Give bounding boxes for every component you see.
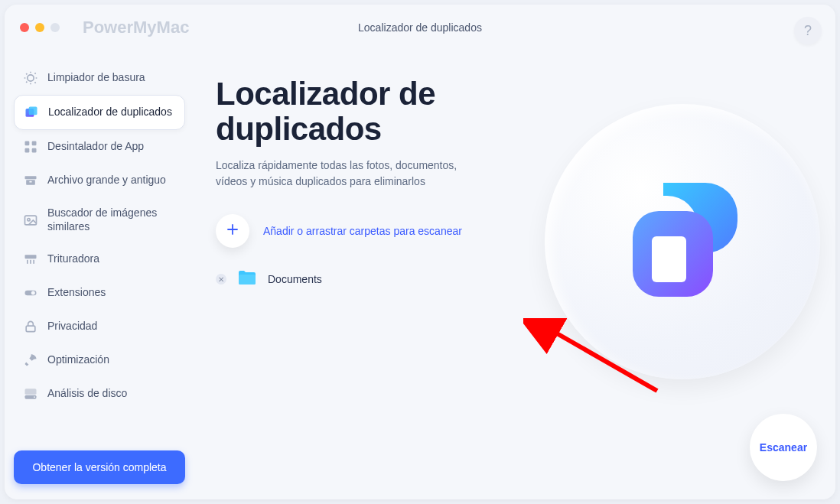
help-icon: ? xyxy=(804,23,812,39)
sidebar-item-label: Extensiones xyxy=(47,286,106,300)
sidebar-item-disk-analysis[interactable]: Análisis de disco xyxy=(14,377,185,411)
svg-rect-9 xyxy=(29,181,31,183)
svg-rect-20 xyxy=(25,389,37,394)
svg-rect-6 xyxy=(32,148,37,153)
page-description: Localiza rápidamente todas las fotos, do… xyxy=(216,158,476,190)
remove-folder-button[interactable]: ✕ xyxy=(216,274,226,285)
svg-point-11 xyxy=(28,218,30,220)
title-bar: PowerMyMac Localizador de duplicados ? xyxy=(5,5,835,50)
svg-rect-3 xyxy=(25,141,30,146)
main-panel: Localizador de duplicados Localiza rápid… xyxy=(194,50,835,499)
svg-point-17 xyxy=(31,291,35,295)
scan-button-label: Escanear xyxy=(760,441,807,454)
rocket-icon xyxy=(23,353,38,368)
app-window: PowerMyMac Localizador de duplicados ? L… xyxy=(5,5,835,499)
sidebar-item-label: Localizador de duplicados xyxy=(48,106,172,119)
sidebar-item-extensions[interactable]: Extensiones xyxy=(14,276,185,310)
feature-illustration xyxy=(545,104,820,379)
archive-icon xyxy=(23,173,38,188)
svg-rect-13 xyxy=(27,260,28,264)
svg-rect-2 xyxy=(29,107,37,115)
toggle-icon xyxy=(23,285,38,301)
lock-icon xyxy=(23,319,38,334)
page-title: Localizador de duplicados xyxy=(216,76,537,147)
sidebar-item-label: Archivo grande y antiguo xyxy=(47,174,166,187)
sidebar-item-label: Privacidad xyxy=(47,320,97,333)
close-window-button[interactable] xyxy=(20,23,29,32)
sidebar-item-privacy[interactable]: Privacidad xyxy=(14,310,185,343)
upgrade-button[interactable]: Obtener la versión completa xyxy=(14,450,185,484)
svg-rect-18 xyxy=(26,326,35,332)
sidebar-nav: Limpiador de basura xyxy=(14,61,185,443)
disk-icon xyxy=(23,386,38,402)
sidebar-item-label: Optimización xyxy=(47,353,109,367)
folder-icon xyxy=(237,269,257,289)
sidebar-item-junk-cleaner[interactable]: Limpiador de basura xyxy=(14,61,185,95)
folder-name: Documents xyxy=(268,273,322,285)
svg-rect-4 xyxy=(32,141,37,146)
sidebar-item-app-uninstaller[interactable]: Desintalador de App xyxy=(14,130,185,164)
sidebar-item-large-old-files[interactable]: Archivo grande y antiguo xyxy=(14,164,185,197)
sidebar-item-label: Trituradora xyxy=(47,252,99,266)
duplicate-icon xyxy=(24,105,39,120)
minimize-window-button[interactable] xyxy=(35,23,44,32)
shredder-icon xyxy=(23,252,38,267)
sidebar-item-duplicate-finder[interactable]: Localizador de duplicados xyxy=(14,95,185,130)
window-controls xyxy=(20,23,60,32)
sidebar-item-label: Desintalador de App xyxy=(47,140,144,154)
svg-rect-14 xyxy=(30,260,31,264)
grid-icon xyxy=(23,139,38,154)
sidebar-item-label: Análisis de disco xyxy=(47,387,127,401)
sidebar-item-label: Buscador de imágenes similares xyxy=(47,206,176,233)
content-area: Limpiador de basura xyxy=(5,50,835,499)
svg-rect-5 xyxy=(25,148,30,153)
app-brand: PowerMyMac xyxy=(83,18,189,37)
duplicate-illustration-icon xyxy=(610,169,755,314)
close-icon: ✕ xyxy=(218,275,224,284)
svg-rect-24 xyxy=(239,275,256,285)
add-folder-link[interactable]: Añadir o arrastrar carpetas para escanea… xyxy=(263,225,462,237)
image-icon xyxy=(23,213,38,228)
maximize-window-button[interactable] xyxy=(50,23,60,32)
plus-icon xyxy=(226,223,239,239)
help-button[interactable]: ? xyxy=(794,17,822,44)
sidebar-item-optimization[interactable]: Optimización xyxy=(14,343,185,377)
svg-rect-7 xyxy=(25,176,37,179)
broom-icon xyxy=(23,70,38,86)
svg-point-0 xyxy=(28,75,34,81)
svg-rect-15 xyxy=(33,260,34,264)
add-folder-button[interactable] xyxy=(216,214,249,248)
sidebar-item-similar-images[interactable]: Buscador de imágenes similares xyxy=(14,197,185,242)
sidebar: Limpiador de basura xyxy=(5,50,194,499)
scan-button[interactable]: Escanear xyxy=(750,414,817,481)
svg-rect-12 xyxy=(25,255,37,259)
sidebar-item-shredder[interactable]: Trituradora xyxy=(14,242,185,276)
svg-rect-26 xyxy=(652,236,686,282)
sidebar-item-label: Limpiador de basura xyxy=(47,71,145,85)
svg-point-21 xyxy=(34,396,35,398)
